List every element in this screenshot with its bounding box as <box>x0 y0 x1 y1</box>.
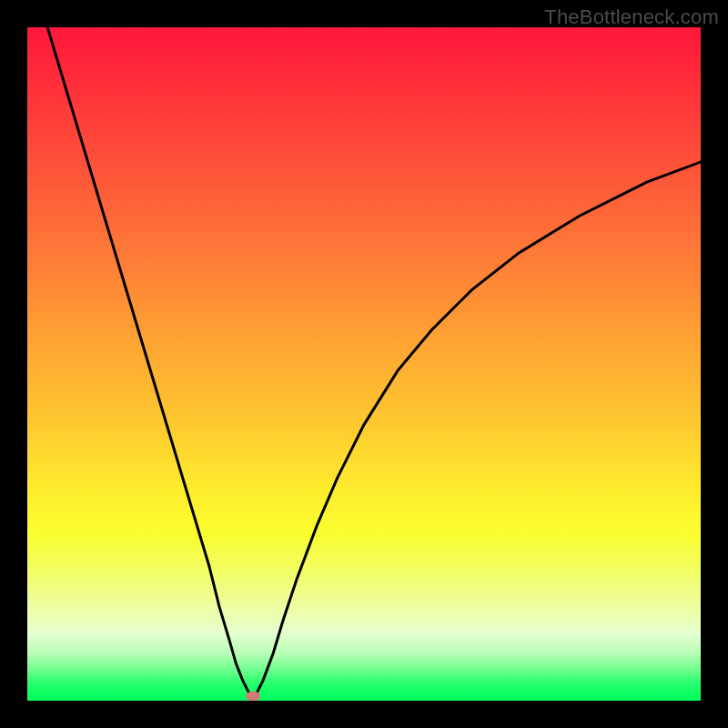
bottleneck-curve <box>27 27 701 701</box>
watermark-text: TheBottleneck.com <box>544 5 719 29</box>
chart-plot-area <box>27 27 701 701</box>
curve-right-branch <box>257 162 701 694</box>
minimum-marker <box>246 691 260 701</box>
curve-left-branch <box>47 27 249 694</box>
